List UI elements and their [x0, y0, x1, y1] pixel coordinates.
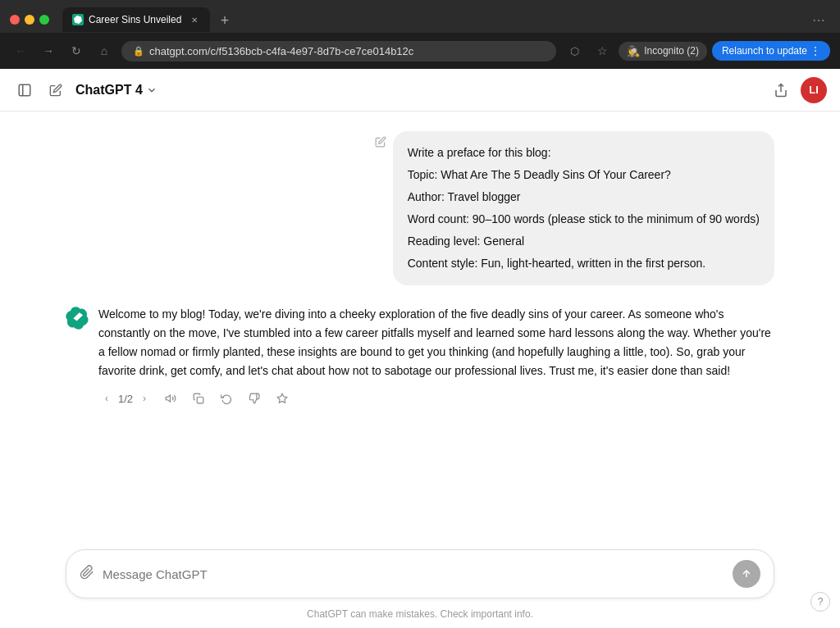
input-box — [66, 549, 774, 598]
page-nav: ‹ 1/2 › — [98, 390, 153, 407]
user-bubble: Write a preface for this blog: Topic: Wh… — [393, 131, 774, 285]
input-area — [0, 539, 840, 605]
toolbar-left: ChatGPT 4 — [13, 79, 158, 102]
assistant-text: Welcome to my blog! Today, we're diving … — [98, 305, 774, 380]
relaunch-dots-icon: ⋮ — [810, 45, 820, 57]
chat-area: Write a preface for this blog: Topic: Wh… — [0, 111, 840, 539]
edit-message-icon[interactable] — [375, 136, 386, 150]
send-button[interactable] — [733, 560, 760, 588]
lock-icon: 🔒 — [133, 46, 144, 57]
avatar[interactable]: LI — [801, 77, 827, 103]
share-button[interactable] — [768, 77, 794, 103]
browser-content: ChatGPT 4 LI — [0, 69, 840, 628]
tab-close-button[interactable]: ✕ — [189, 14, 200, 25]
prev-page-button[interactable]: ‹ — [98, 390, 115, 407]
user-line-4: Word count: 90–100 words (please stick t… — [408, 211, 760, 228]
read-aloud-button[interactable] — [161, 389, 180, 408]
fullscreen-traffic-light[interactable] — [39, 15, 49, 25]
active-tab[interactable]: Career Sins Unveiled ✕ — [62, 7, 210, 32]
regenerate-button[interactable] — [217, 389, 236, 408]
traffic-lights — [10, 15, 49, 25]
address-bar-right: ⬡ ☆ 🕵 Incognito (2) Relaunch to update ⋮ — [563, 39, 830, 62]
new-tab-button[interactable]: + — [213, 9, 236, 32]
user-line-3: Author: Travel blogger — [408, 189, 760, 206]
cast-icon[interactable]: ⬡ — [563, 39, 586, 62]
relaunch-label: Relaunch to update — [722, 45, 807, 57]
reload-button[interactable]: ↻ — [66, 40, 87, 61]
assistant-message-wrapper: Welcome to my blog! Today, we're diving … — [0, 305, 840, 408]
thumbs-down-button[interactable] — [244, 389, 264, 408]
url-text: chatgpt.com/c/f5136bcb-c4fa-4e97-8d7b-ce… — [149, 45, 545, 57]
incognito-icon: 🕵 — [627, 45, 640, 57]
user-line-2: Topic: What Are The 5 Deadly Sins Of You… — [408, 166, 760, 184]
page-label: 1/2 — [118, 393, 133, 405]
svg-marker-3 — [166, 395, 170, 402]
new-chat-button[interactable] — [44, 79, 67, 102]
attach-button[interactable] — [80, 565, 94, 584]
chatgpt-toolbar: ChatGPT 4 LI — [0, 69, 840, 111]
help-button[interactable]: ? — [810, 592, 830, 612]
incognito-badge: 🕵 Incognito (2) — [619, 42, 707, 61]
svg-rect-0 — [19, 84, 30, 96]
back-icon: ← — [15, 44, 26, 57]
disclaimer-text: ChatGPT can make mistakes. Check importa… — [307, 608, 533, 620]
model-name: ChatGPT 4 — [75, 83, 143, 98]
user-message-content: Write a preface for this blog: Topic: Wh… — [375, 131, 774, 285]
message-input[interactable] — [103, 567, 724, 581]
chat-footer: ChatGPT can make mistakes. Check importa… — [0, 605, 840, 628]
tab-favicon — [72, 14, 84, 25]
url-bar[interactable]: 🔒 chatgpt.com/c/f5136bcb-c4fa-4e97-8d7b-… — [121, 41, 556, 61]
svg-rect-4 — [197, 398, 203, 404]
next-page-button[interactable]: › — [136, 390, 153, 407]
tab-bar: Career Sins Unveiled ✕ + — [62, 7, 236, 32]
forward-icon: → — [43, 44, 54, 57]
message-actions: ‹ 1/2 › — [98, 389, 774, 408]
copy-button[interactable] — [189, 389, 208, 408]
toolbar-right: LI — [768, 77, 827, 103]
reload-icon: ↻ — [71, 44, 81, 57]
minimize-traffic-light[interactable] — [25, 15, 34, 25]
address-bar: ← → ↻ ⌂ 🔒 chatgpt.com/c/f5136bcb-c4fa-4e… — [0, 33, 840, 69]
chatgpt-icon — [66, 307, 89, 330]
assistant-content: Welcome to my blog! Today, we're diving … — [98, 305, 774, 408]
svg-marker-5 — [277, 394, 287, 403]
incognito-label: Incognito (2) — [644, 45, 699, 57]
user-message-wrapper: Write a preface for this blog: Topic: Wh… — [0, 131, 840, 285]
close-traffic-light[interactable] — [10, 15, 20, 25]
tab-title: Career Sins Unveiled — [89, 14, 184, 25]
bookmark-icon[interactable]: ☆ — [591, 39, 614, 62]
relaunch-button[interactable]: Relaunch to update ⋮ — [712, 41, 830, 61]
sidebar-toggle-button[interactable] — [13, 79, 36, 102]
home-icon: ⌂ — [101, 44, 107, 57]
model-selector[interactable]: ChatGPT 4 — [75, 83, 158, 98]
user-line-1: Write a preface for this blog: — [408, 144, 760, 162]
user-line-6: Content style: Fun, light-hearted, writt… — [408, 255, 760, 272]
home-button[interactable]: ⌂ — [94, 40, 115, 61]
back-button[interactable]: ← — [10, 40, 31, 61]
forward-button[interactable]: → — [38, 40, 59, 61]
extensions-button[interactable]: ⋯ — [807, 8, 830, 31]
more-actions-button[interactable] — [272, 389, 292, 408]
user-line-5: Reading level: General — [408, 233, 760, 250]
